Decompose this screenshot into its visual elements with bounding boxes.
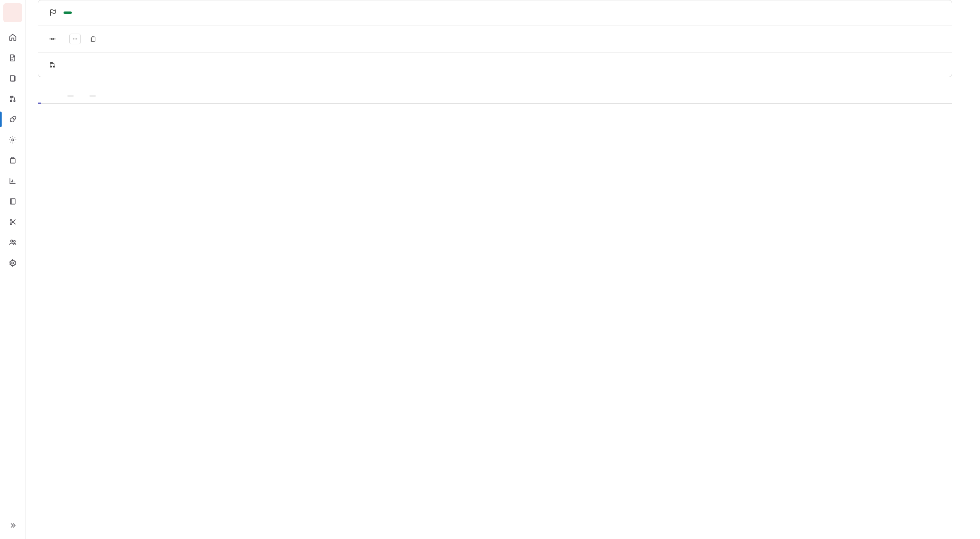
svg-point-18 (50, 62, 52, 64)
sidebar-repo[interactable] (3, 48, 22, 67)
svg-point-3 (14, 100, 15, 101)
home-icon (9, 33, 17, 41)
sidebar-deployments[interactable] (3, 130, 22, 149)
info-row-flag (38, 0, 952, 25)
svg-point-13 (52, 38, 54, 40)
info-row-commit (38, 25, 952, 53)
merge-icon (9, 95, 17, 103)
tab-tests[interactable] (84, 89, 98, 104)
sidebar-issues[interactable] (3, 69, 22, 88)
svg-point-1 (10, 96, 11, 97)
svg-point-19 (50, 66, 52, 67)
clipboard-icon (90, 36, 96, 42)
tests-count-badge (89, 95, 96, 97)
pipeline-info-card (38, 0, 952, 77)
commit-icon (49, 35, 56, 43)
sidebar-settings[interactable] (3, 254, 22, 272)
jobs-count-badge (67, 95, 74, 97)
sidebar-packages[interactable] (3, 151, 22, 170)
tab-pipeline[interactable] (38, 89, 41, 104)
svg-point-2 (10, 100, 11, 101)
members-icon (9, 238, 17, 247)
latest-badge (64, 11, 72, 14)
file-icon (9, 54, 17, 62)
svg-point-4 (13, 118, 14, 119)
svg-point-12 (11, 262, 14, 264)
sidebar (0, 0, 25, 539)
sidebar-analytics[interactable] (3, 171, 22, 190)
tab-dag[interactable] (50, 89, 53, 104)
svg-point-10 (11, 240, 13, 242)
issue-icon (9, 74, 17, 82)
main-scroll[interactable] (25, 0, 980, 539)
svg-point-15 (75, 39, 75, 39)
svg-rect-7 (10, 199, 15, 204)
sidebar-snippets[interactable] (3, 212, 22, 231)
info-row-mr (38, 53, 952, 77)
book-icon (9, 197, 17, 206)
merge-request-icon (49, 61, 56, 69)
svg-rect-17 (92, 37, 95, 41)
svg-point-16 (76, 39, 77, 39)
sidebar-expand[interactable] (3, 516, 22, 535)
sidebar-members[interactable] (3, 233, 22, 252)
pipeline-tabs (38, 89, 952, 104)
svg-point-14 (73, 39, 74, 39)
pipeline-graph (38, 114, 952, 122)
sidebar-wiki[interactable] (3, 192, 22, 211)
sidebar-cicd[interactable] (3, 110, 22, 129)
svg-point-5 (11, 139, 14, 141)
chevron-right-double-icon (9, 521, 17, 530)
ellipsis-icon (72, 36, 78, 42)
chart-icon (9, 177, 17, 185)
tab-jobs[interactable] (62, 89, 75, 104)
sidebar-merge-requests[interactable] (3, 89, 22, 108)
scissors-icon (9, 218, 17, 226)
copy-sha-button[interactable] (87, 34, 99, 44)
gear-icon (9, 259, 17, 267)
svg-rect-6 (10, 159, 15, 163)
sidebar-project-avatar[interactable] (3, 3, 22, 22)
svg-rect-0 (10, 75, 14, 81)
svg-point-11 (14, 240, 15, 242)
commit-menu-button[interactable] (69, 34, 81, 44)
sidebar-home[interactable] (3, 28, 22, 47)
flag-icon (49, 9, 57, 17)
rocket-icon (9, 115, 17, 123)
svg-point-20 (53, 66, 55, 67)
package-icon (9, 156, 17, 164)
deploy-icon (9, 136, 17, 144)
